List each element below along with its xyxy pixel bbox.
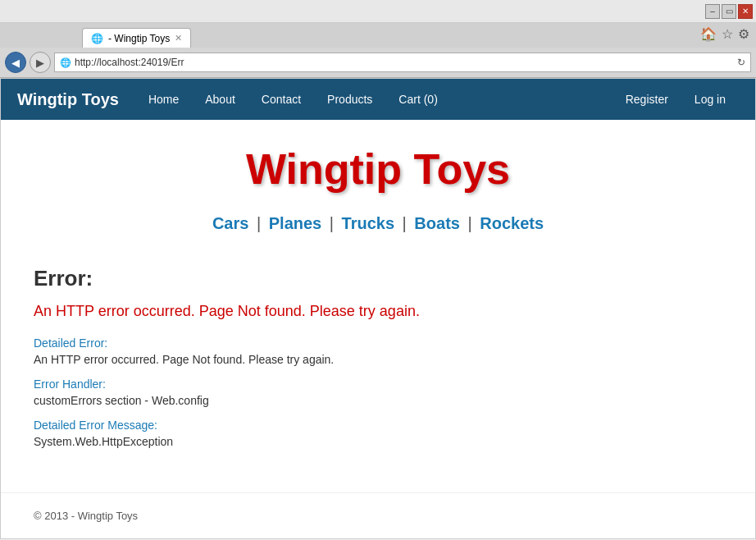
nav-products[interactable]: Products <box>314 79 385 120</box>
tab-title: - Wingtip Toys <box>108 33 170 44</box>
forward-button[interactable]: ▶ <box>30 52 51 73</box>
footer-text: © 2013 - Wingtip Toys <box>34 510 138 522</box>
nav-bar: ◀ ▶ 🌐 http://localhost:24019/Err ↻ <box>0 48 756 77</box>
sep-4: | <box>468 214 472 232</box>
back-button[interactable]: ◀ <box>5 52 26 73</box>
content-area: Error: An HTTP error occurred. Page Not … <box>1 249 755 476</box>
site-navigation: Wingtip Toys Home About Contact Products… <box>1 79 755 120</box>
sep-1: | <box>257 214 261 232</box>
browser-tab[interactable]: 🌐 - Wingtip Toys ✕ <box>82 28 191 48</box>
category-nav: Cars | Planes | Trucks | Boats | Rockets <box>1 206 755 249</box>
nav-login[interactable]: Log in <box>681 79 739 120</box>
nav-contact[interactable]: Contact <box>248 79 314 120</box>
site-title-area: Wingtip Toys <box>1 120 755 206</box>
category-cars[interactable]: Cars <box>212 214 248 232</box>
nav-register[interactable]: Register <box>613 79 681 120</box>
nav-links: Home About Contact Products Cart (0) <box>135 79 613 120</box>
site-brand[interactable]: Wingtip Toys <box>17 90 119 109</box>
sep-2: | <box>330 214 334 232</box>
detailed-error-value: An HTTP error occurred. Page Not found. … <box>34 353 722 366</box>
category-trucks[interactable]: Trucks <box>342 214 394 232</box>
title-bar: – ▭ ✕ <box>0 0 756 23</box>
address-favicon: 🌐 <box>60 57 71 68</box>
detailed-error-label: Detailed Error: <box>34 336 722 350</box>
error-handler-label: Error Handler: <box>34 378 722 391</box>
site-title: Wingtip Toys <box>1 144 755 194</box>
nav-home[interactable]: Home <box>135 79 192 120</box>
minimize-button[interactable]: – <box>705 4 720 19</box>
detailed-message-value: System.Web.HttpException <box>34 435 722 448</box>
nav-cart[interactable]: Cart (0) <box>385 79 450 120</box>
close-button[interactable]: ✕ <box>738 4 753 19</box>
address-bar[interactable]: 🌐 http://localhost:24019/Err ↻ <box>54 53 751 72</box>
favorites-icon[interactable]: ☆ <box>722 26 733 42</box>
address-url[interactable]: http://localhost:24019/Err <box>75 57 734 68</box>
refresh-icon[interactable]: ↻ <box>737 57 745 68</box>
browser-window: – ▭ ✕ 🌐 - Wingtip Toys ✕ 🏠 ☆ ⚙ ◀ ▶ 🌐 htt… <box>0 0 756 78</box>
website-container: Wingtip Toys Home About Contact Products… <box>0 78 756 539</box>
site-footer: © 2013 - Wingtip Toys <box>1 492 755 538</box>
error-handler-value: customErrors section - Web.config <box>34 394 722 407</box>
tab-bar: 🌐 - Wingtip Toys ✕ 🏠 ☆ ⚙ <box>0 23 756 48</box>
restore-button[interactable]: ▭ <box>722 4 736 19</box>
category-boats[interactable]: Boats <box>414 214 460 232</box>
nav-right: Register Log in <box>613 79 739 120</box>
nav-about[interactable]: About <box>192 79 248 120</box>
home-icon[interactable]: 🏠 <box>700 26 717 42</box>
settings-icon[interactable]: ⚙ <box>738 26 749 42</box>
tab-close-icon[interactable]: ✕ <box>175 33 182 43</box>
tab-favicon: 🌐 <box>91 33 103 44</box>
category-planes[interactable]: Planes <box>269 214 321 232</box>
detailed-message-label: Detailed Error Message: <box>34 419 722 432</box>
error-message: An HTTP error occurred. Page Not found. … <box>34 303 722 320</box>
sep-3: | <box>403 214 407 232</box>
category-rockets[interactable]: Rockets <box>480 214 544 232</box>
error-heading: Error: <box>34 266 722 291</box>
